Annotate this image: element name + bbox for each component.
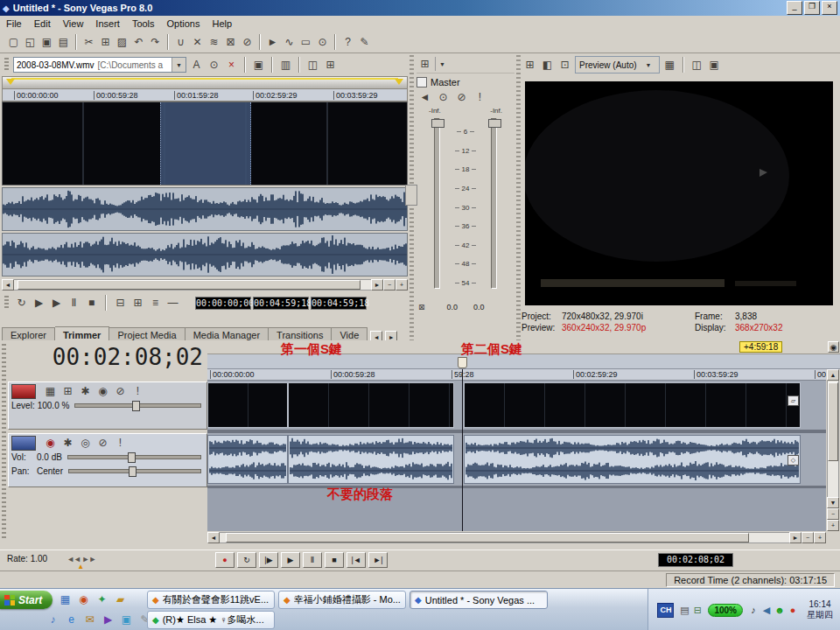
scroll-thumb[interactable] [226, 533, 750, 542]
copy-icon[interactable]: ⊞ [97, 33, 114, 50]
zoom-edit-tool-icon[interactable]: ⊙ [314, 33, 331, 50]
media-icon[interactable]: ▶ [101, 612, 116, 627]
scroll-right-icon[interactable]: ► [371, 279, 383, 290]
panel-splitter[interactable] [516, 55, 521, 340]
minimize-button[interactable]: _ [787, 1, 802, 15]
restore-button[interactable]: ❐ [804, 1, 820, 15]
taskbar-task-button[interactable]: ◆有關於會聲會影11跳vE... [147, 591, 275, 609]
zoom-out-icon[interactable]: − [383, 279, 396, 290]
volume-muted-icon[interactable]: ♪ [747, 605, 760, 615]
menu-file[interactable]: File [0, 18, 28, 30]
ime-language-indicator[interactable]: CH [657, 603, 674, 618]
video-track-header[interactable]: ▦⊞✱◉⊘! Level: 100.0 % [8, 382, 207, 430]
trimmer-audio-left-channel[interactable] [2, 187, 408, 231]
interactive-tutorials-icon[interactable]: ? [340, 33, 356, 50]
save-snapshot-icon[interactable]: ▣ [706, 57, 723, 74]
volume-slider[interactable] [67, 455, 201, 459]
auto-crossfade-icon[interactable]: ✕ [189, 33, 206, 50]
alert-tray-icon[interactable]: ● [787, 605, 799, 615]
show-desktop-icon[interactable]: ▦ [58, 592, 73, 607]
internet-explorer-icon[interactable]: e [64, 612, 79, 627]
transport-timecode-display[interactable]: 00:02:08;02 [658, 553, 733, 567]
bypass-motion-blur-icon[interactable]: ▦ [42, 383, 59, 400]
save-markers-icon[interactable]: ▣ [250, 57, 267, 74]
rate-slider[interactable]: ◄◄ ►►▲ [66, 555, 95, 564]
stop-button[interactable]: ■ [325, 552, 344, 568]
dim-output-icon[interactable]: ⊙ [435, 89, 452, 106]
slider-handle[interactable] [128, 452, 136, 463]
play-button[interactable]: ▶ [281, 552, 300, 568]
taskbar-task-button[interactable]: ◆幸福小鋪婚禮攝影 - Mo... [278, 591, 406, 609]
video-clip-2[interactable] [288, 382, 454, 428]
pause-button[interactable]: Ⅱ [303, 552, 322, 568]
scroll-left-icon[interactable]: ◄ [207, 532, 220, 543]
paste-icon[interactable]: ▨ [114, 33, 130, 50]
track-fx-icon[interactable]: ✱ [60, 435, 76, 452]
taskbar-task-button[interactable]: ◆(R)★ Elsa ★ ♀多喝水... [147, 611, 275, 629]
properties-icon[interactable]: ▤ [55, 33, 72, 50]
downmix-output-icon[interactable]: ◄ [416, 89, 433, 106]
play-from-start-button[interactable]: |▶ [259, 552, 278, 568]
save-icon[interactable]: ▣ [38, 33, 55, 50]
photo-icon[interactable]: ▣ [119, 612, 134, 627]
go-to-start-button[interactable]: |◄ [346, 552, 366, 568]
overlays-grid-icon[interactable]: ▦ [662, 57, 678, 74]
normal-edit-tool-icon[interactable]: ► [264, 33, 281, 50]
menu-edit[interactable]: Edit [28, 18, 57, 30]
new-project-icon[interactable]: ▢ [5, 33, 22, 50]
cursor-timecode-display[interactable]: 00:02:08;02 [32, 344, 203, 370]
time-zoom-out-icon[interactable]: − [802, 532, 814, 543]
folder-icon[interactable]: ▰ [113, 592, 128, 607]
master-views-icon[interactable]: ⊞ [416, 56, 433, 73]
fit-to-window-icon[interactable]: ⊞ [322, 57, 339, 74]
envelope-edit-tool-icon[interactable]: ∿ [281, 33, 298, 50]
selection-edit-tool-icon[interactable]: ▭ [298, 33, 314, 50]
record-button[interactable]: ● [215, 552, 234, 568]
overview-start-marker-icon[interactable] [6, 79, 15, 89]
trimmer-position-display[interactable]: 00:00:00;00 [195, 297, 251, 310]
level-slider[interactable] [74, 403, 201, 408]
audio-track-lane[interactable]: ◇ [207, 433, 826, 486]
close-button[interactable]: × [822, 1, 837, 15]
trimmer-audio-right-channel[interactable] [2, 233, 408, 276]
title-bar[interactable]: ◆ Untitled * - Sony Vegas Pro 8.0 _ ❐ × [0, 0, 840, 16]
timeline-vscrollbar[interactable]: ▲ ▼ − + [826, 369, 840, 531]
solo-icon[interactable]: ! [472, 89, 488, 106]
redo-icon[interactable]: ↷ [147, 33, 164, 50]
volume-icon[interactable]: ♪ [46, 612, 60, 627]
trimmer-scrollbar[interactable]: ◄ ► − + [2, 278, 408, 290]
media-player-icon[interactable]: ◉ [76, 592, 91, 607]
battery-indicator[interactable]: 100% [708, 604, 743, 617]
mute-icon[interactable]: ⊘ [94, 435, 111, 452]
undo-icon[interactable]: ↶ [130, 33, 147, 50]
master-fader-right[interactable] [491, 118, 497, 289]
video-clip-1[interactable] [207, 382, 288, 428]
video-output-icon[interactable]: ⊡ [556, 57, 573, 74]
zoom-in-icon[interactable]: + [396, 279, 408, 290]
solo-icon[interactable]: ! [112, 435, 129, 452]
slider-handle[interactable] [129, 466, 136, 477]
lock-envelopes-icon[interactable]: ⊠ [222, 33, 239, 50]
scroll-thumb[interactable] [828, 382, 838, 461]
time-zoom-in-icon[interactable]: + [814, 532, 826, 543]
timeline-hscrollbar[interactable]: ◄ ► − + [207, 531, 826, 544]
track-motion-icon[interactable]: ⊞ [60, 383, 76, 400]
splitter-grip[interactable] [405, 185, 417, 206]
sync-cursor-icon[interactable]: ↻ [13, 295, 30, 312]
drag-handle[interactable] [4, 58, 9, 72]
project-video-properties-icon[interactable]: ⊞ [522, 57, 538, 74]
taskbar-task-button[interactable]: ◆Untitled * - Sony Vegas ... [410, 591, 548, 609]
scroll-right-icon[interactable]: ► [789, 532, 802, 543]
select-left-half-icon[interactable]: ⊟ [112, 295, 129, 312]
audio-clip-1[interactable] [207, 435, 288, 484]
trimmer-video-track[interactable] [2, 102, 408, 186]
cut-icon[interactable]: ✂ [80, 33, 97, 50]
play-icon[interactable]: ▶ [48, 295, 65, 312]
safely-remove-icon[interactable]: ⊟ [691, 605, 704, 616]
scroll-left-icon[interactable]: ◄ [2, 279, 14, 290]
transfer-selection-icon[interactable]: ≡ [147, 295, 164, 312]
copy-frame-icon[interactable]: ◫ [689, 57, 705, 74]
ignore-grouping-icon[interactable]: ⊘ [239, 33, 256, 50]
automation-settings-icon[interactable]: ◉ [94, 383, 111, 400]
menu-options[interactable]: Options [161, 18, 206, 30]
